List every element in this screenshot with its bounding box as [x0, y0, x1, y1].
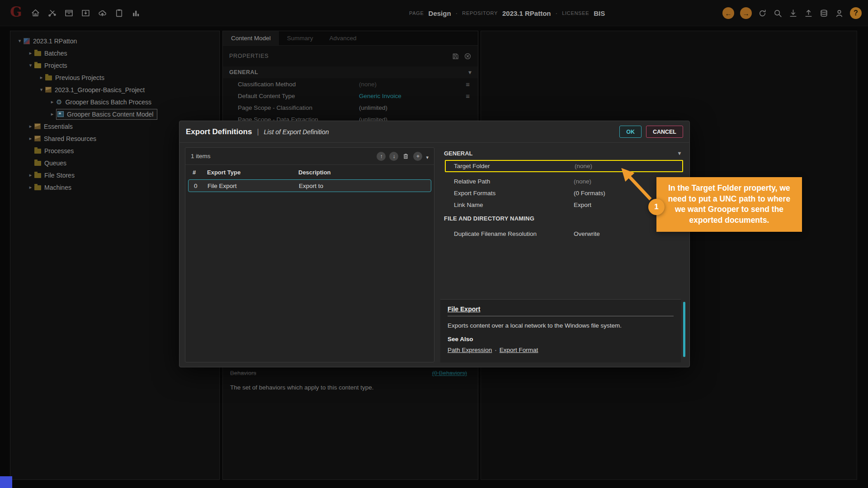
cancel-button[interactable]: CANCEL — [646, 126, 683, 138]
chevron-down-icon[interactable]: ▾ — [678, 150, 681, 156]
list-row-file-export[interactable]: 0 File Export Export to — [188, 179, 431, 192]
see-also-links: Path Expression·Export Format — [448, 347, 674, 353]
property-value[interactable]: Export — [574, 202, 591, 208]
move-down-button[interactable]: ↓ — [389, 152, 398, 161]
property-label: Link Name — [440, 202, 483, 208]
dialog-header: Export Definitions | List of Export Defi… — [179, 121, 689, 143]
add-dropdown-caret-icon[interactable]: ▾ — [426, 155, 429, 160]
link-export-format[interactable]: Export Format — [500, 347, 538, 353]
general-section-header[interactable]: GENERAL ▾ — [440, 147, 685, 159]
see-also-label: See Also — [448, 336, 674, 343]
corner-accent — [0, 476, 12, 488]
property-label: Relative Path — [440, 178, 490, 185]
help-panel: File Export Exports content over a local… — [440, 299, 681, 362]
annotation-step-number: 1 — [648, 199, 665, 215]
row-number: 0 — [194, 183, 198, 189]
property-label: Target Folder — [446, 163, 490, 169]
column-export-type: Export Type — [207, 169, 241, 176]
link-path-expression[interactable]: Path Expression — [448, 347, 492, 353]
file-directory-naming-header: FILE AND DIRECTORY NAMING — [444, 215, 534, 222]
list-column-headers: # Export Type Description — [185, 165, 434, 179]
item-count: 1 items — [191, 153, 211, 160]
property-label: Duplicate Filename Resolution — [440, 230, 537, 237]
property-value[interactable]: (none) — [575, 163, 592, 169]
general-header-label: GENERAL — [444, 150, 473, 157]
delete-trash-icon[interactable] — [402, 152, 410, 160]
row-description: Export to — [299, 183, 323, 189]
property-label: Export Formats — [440, 190, 495, 197]
link-separator-dot: · — [495, 347, 497, 353]
annotation-callout: In the Target Folder property, we need t… — [656, 177, 802, 232]
help-title-underline: File Export — [448, 305, 674, 316]
property-value[interactable]: Overwrite — [574, 230, 600, 237]
add-item-button[interactable]: + — [413, 152, 422, 161]
dialog-title: Export Definitions — [186, 127, 252, 136]
list-toolbar: 1 items ↑ ↓ + ▾ — [185, 148, 434, 165]
title-separator: | — [257, 128, 259, 136]
row-export-type: File Export — [208, 183, 237, 189]
help-scrollbar[interactable] — [683, 302, 685, 357]
property-value[interactable]: (none) — [574, 178, 591, 185]
move-up-button[interactable]: ↑ — [377, 152, 386, 161]
property-value[interactable]: (0 Formats) — [574, 190, 605, 197]
export-definitions-dialog: Export Definitions | List of Export Defi… — [179, 121, 690, 367]
dialog-subtitle: List of Export Definition — [264, 128, 329, 136]
help-title: File Export — [448, 305, 480, 313]
column-number: # — [193, 169, 196, 176]
export-definition-list: 1 items ↑ ↓ + ▾ # Export Type Descriptio… — [185, 147, 434, 362]
property-row-duplicate-filename-resolution[interactable]: Duplicate Filename Resolution Overwrite — [440, 228, 685, 239]
ok-button[interactable]: OK — [619, 126, 642, 138]
help-description: Exports content over a local network to … — [448, 322, 674, 329]
column-description: Description — [298, 169, 331, 176]
